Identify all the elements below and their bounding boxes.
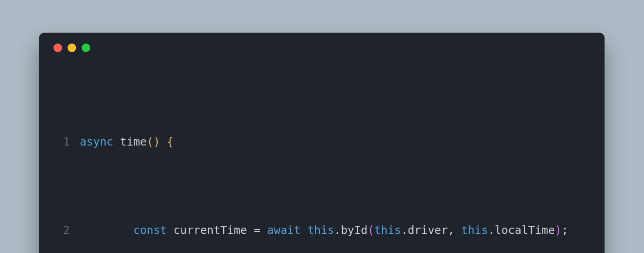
code-line: 1 async time() { [52, 133, 592, 151]
line-number: 2 [52, 221, 80, 239]
minimize-icon[interactable] [68, 44, 76, 52]
line-number: 1 [52, 133, 80, 151]
code-content: const currentTime = await this.byId(this… [80, 221, 568, 239]
zoom-icon[interactable] [82, 44, 90, 52]
window-traffic-lights [54, 44, 592, 52]
code-window: 1 async time() { 2 const currentTime = a… [39, 33, 605, 253]
code-content: async time() { [80, 133, 174, 151]
code-block: 1 async time() { 2 const currentTime = a… [52, 62, 592, 253]
code-line: 2 const currentTime = await this.byId(th… [52, 221, 592, 239]
close-icon[interactable] [54, 44, 62, 52]
